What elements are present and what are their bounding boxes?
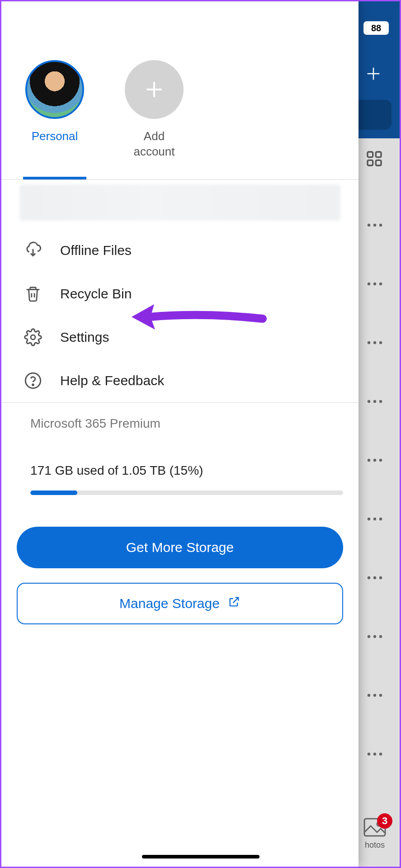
help-icon <box>23 371 43 391</box>
add-account-label: Addaccount <box>133 129 175 160</box>
svg-point-11 <box>379 283 382 285</box>
external-link-icon <box>228 595 241 611</box>
menu-settings-label: Settings <box>60 330 109 345</box>
svg-point-9 <box>368 283 370 285</box>
home-indicator <box>142 855 259 859</box>
svg-rect-5 <box>376 160 381 165</box>
svg-point-23 <box>379 518 382 520</box>
svg-point-21 <box>368 518 370 520</box>
svg-point-7 <box>373 224 376 226</box>
svg-point-17 <box>379 400 382 403</box>
svg-point-32 <box>379 694 382 697</box>
svg-point-34 <box>373 753 376 755</box>
grid-view-icon[interactable] <box>365 150 383 170</box>
svg-point-35 <box>379 753 382 755</box>
storage-progress-track <box>30 491 343 495</box>
gear-icon <box>23 327 43 347</box>
svg-rect-2 <box>368 152 373 157</box>
account-personal[interactable]: Personal <box>23 60 86 160</box>
menu-offline-files[interactable]: Offline Files <box>1 229 359 272</box>
photos-icon: 3 <box>363 818 386 839</box>
menu-recycle-bin[interactable]: Recycle Bin <box>1 272 359 316</box>
storage-section: Microsoft 365 Premium 171 GB used of 1.0… <box>1 403 359 509</box>
svg-point-6 <box>368 224 370 226</box>
svg-point-19 <box>373 459 376 462</box>
get-more-storage-label: Get More Storage <box>126 540 234 555</box>
avatar <box>25 60 84 119</box>
divider <box>1 179 359 180</box>
storage-used-text: 171 GB used of 1.05 TB (15%) <box>30 463 343 478</box>
svg-point-42 <box>31 335 35 340</box>
svg-point-24 <box>368 576 370 579</box>
account-email-redacted <box>19 184 340 221</box>
svg-point-22 <box>373 518 376 520</box>
menu-offline-files-label: Offline Files <box>60 243 132 258</box>
photos-tab-label: hotos <box>365 840 385 850</box>
battery-indicator: 88 <box>363 21 389 35</box>
get-more-storage-button[interactable]: Get More Storage <box>17 527 343 568</box>
svg-point-10 <box>373 283 376 285</box>
trash-icon <box>23 284 43 304</box>
add-account-icon <box>125 60 184 119</box>
storage-plan-label: Microsoft 365 Premium <box>30 416 343 431</box>
add-icon[interactable] <box>364 65 382 85</box>
svg-point-8 <box>379 224 382 226</box>
svg-point-16 <box>373 400 376 403</box>
svg-point-20 <box>379 459 382 462</box>
manage-storage-label: Manage Storage <box>119 596 220 611</box>
svg-point-26 <box>379 576 382 579</box>
svg-point-13 <box>373 341 376 344</box>
svg-rect-4 <box>368 160 373 165</box>
account-drawer: Personal Addaccount Offline Files Recycl… <box>1 1 359 867</box>
drawer-menu: Offline Files Recycle Bin Settings Help … <box>1 221 359 402</box>
manage-storage-button[interactable]: Manage Storage <box>17 583 343 624</box>
svg-point-29 <box>379 635 382 638</box>
photos-badge: 3 <box>377 813 392 829</box>
menu-help-feedback[interactable]: Help & Feedback <box>1 359 359 402</box>
svg-rect-3 <box>376 152 381 157</box>
svg-point-33 <box>368 753 370 755</box>
svg-point-14 <box>379 341 382 344</box>
accounts-row: Personal Addaccount <box>1 1 359 160</box>
add-account[interactable]: Addaccount <box>123 60 186 160</box>
account-personal-label: Personal <box>32 129 78 144</box>
svg-point-12 <box>368 341 370 344</box>
svg-point-27 <box>368 635 370 638</box>
cloud-download-icon <box>23 241 43 260</box>
menu-help-feedback-label: Help & Feedback <box>60 373 164 388</box>
svg-point-44 <box>33 384 34 385</box>
menu-settings[interactable]: Settings <box>1 316 359 359</box>
storage-progress-fill <box>30 491 77 495</box>
svg-point-25 <box>373 576 376 579</box>
svg-point-15 <box>368 400 370 403</box>
svg-point-31 <box>373 694 376 697</box>
svg-point-30 <box>368 694 370 697</box>
svg-point-18 <box>368 459 370 462</box>
menu-recycle-bin-label: Recycle Bin <box>60 286 132 302</box>
svg-point-28 <box>373 635 376 638</box>
